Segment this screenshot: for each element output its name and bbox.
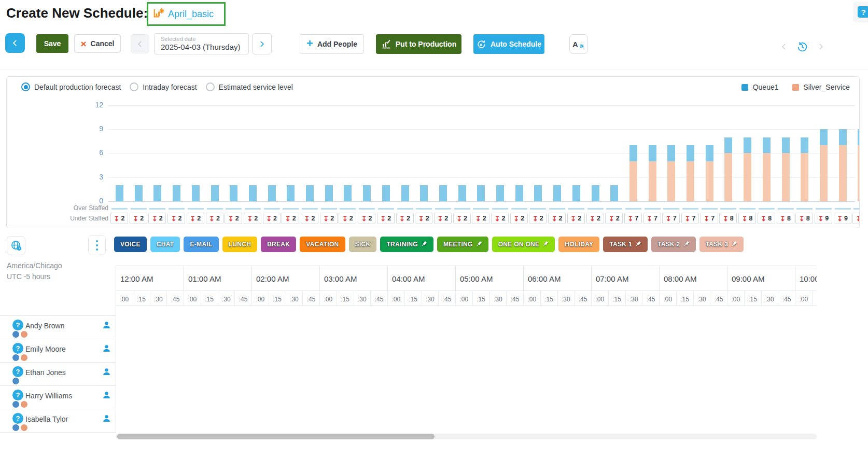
person-icon[interactable] <box>102 391 111 401</box>
activity-chip-break[interactable]: BREAK <box>261 237 296 252</box>
legend-item-0[interactable]: Queue1 <box>741 83 779 91</box>
horizontal-scrollbar-thumb[interactable] <box>117 434 435 439</box>
under-staffed-arrow-icon: ↧ <box>152 215 158 222</box>
forecast-option-0[interactable]: Default production forecast <box>21 82 121 91</box>
under-staffed-cell: ↧2 <box>110 213 128 224</box>
under-staffed-value: 2 <box>121 215 124 222</box>
y-axis-tick-9: 9 <box>79 124 103 133</box>
under-staffed-arrow-icon: ↧ <box>209 215 215 222</box>
bar-queue1 <box>572 185 580 201</box>
over-staffed-cell <box>435 208 451 210</box>
help-button[interactable]: ? <box>853 2 868 22</box>
person-row-1[interactable]: ?Emily Moore <box>0 339 116 362</box>
under-staffed-arrow-icon: ↧ <box>570 215 576 222</box>
under-staffed-cell: ↧2 <box>206 213 223 224</box>
timezone-button[interactable] <box>7 236 25 255</box>
over-staffed-cell <box>245 208 261 210</box>
cancel-button[interactable]: × Cancel <box>74 34 121 53</box>
bar-queue1 <box>287 185 295 201</box>
activity-chip-one-on-one[interactable]: ONE ON ONE <box>492 237 555 252</box>
under-staffed-cell: ↧2 <box>282 213 299 224</box>
bar-silver-service <box>763 153 771 201</box>
previous-date-button[interactable] <box>131 34 149 53</box>
selected-date-field[interactable]: Selected date 2025-04-03 (Thursday) <box>154 33 249 54</box>
person-icon[interactable] <box>102 344 111 355</box>
activity-chip-training[interactable]: TRAINING <box>380 237 433 252</box>
under-staffed-value: 7 <box>692 215 695 222</box>
activity-chip-voice[interactable]: VOICE <box>114 237 147 252</box>
pin-icon <box>731 241 737 248</box>
legend-item-1[interactable]: Silver_Service <box>792 83 850 91</box>
person-help-icon[interactable]: ? <box>12 390 23 400</box>
under-staffed-value: 2 <box>521 215 524 222</box>
back-button[interactable] <box>5 33 25 53</box>
under-staffed-value: 2 <box>578 215 581 222</box>
person-help-icon[interactable]: ? <box>12 343 23 354</box>
activity-chip-task-2[interactable]: TASK 2 <box>651 237 696 252</box>
add-people-button[interactable]: + Add People <box>300 34 364 54</box>
over-staffed-cell <box>663 208 679 210</box>
quarter-cell: :30 <box>625 292 642 306</box>
activity-chip-label: LUNCH <box>229 241 251 248</box>
person-row-0[interactable]: ?Andy Brown <box>0 315 116 339</box>
quarter-cell: :45 <box>234 292 251 306</box>
person-icon[interactable] <box>102 414 111 425</box>
under-staffed-cell: ↧8 <box>738 213 756 224</box>
bar-queue1 <box>173 185 180 201</box>
bar-queue1 <box>458 185 466 201</box>
grid-divider <box>116 266 116 432</box>
person-icon[interactable] <box>102 321 111 331</box>
schedule-chart-icon <box>153 7 164 21</box>
person-row-4[interactable]: ?Isabella Tylor <box>0 409 116 432</box>
save-button[interactable]: Save <box>36 34 68 53</box>
hour-cell-9: 09:00 AM <box>727 266 795 291</box>
under-staffed-arrow-icon: ↧ <box>380 215 386 222</box>
forecast-option-1[interactable]: Intraday forecast <box>130 82 197 91</box>
under-staffed-value: 2 <box>216 215 220 222</box>
y-axis-tick-3: 3 <box>79 173 103 181</box>
person-row-2[interactable]: ?Ethan Jones <box>0 362 116 385</box>
auto-schedule-icon: A <box>477 39 486 49</box>
activity-chip-lunch[interactable]: LUNCH <box>222 237 258 252</box>
person-help-icon[interactable]: ? <box>12 366 23 377</box>
forecast-option-2[interactable]: Estimated service level <box>206 82 293 91</box>
horizontal-scrollbar-track[interactable] <box>116 434 817 439</box>
put-to-production-button[interactable]: Put to Production <box>376 34 461 54</box>
media-channel-dot <box>21 401 27 408</box>
activity-chip-chat[interactable]: CHAT <box>150 237 180 252</box>
schedule-name-field[interactable]: April_basic <box>147 2 226 26</box>
next-date-button[interactable] <box>252 33 272 54</box>
bar-queue1 <box>153 185 161 201</box>
under-staffed-arrow-icon: ↧ <box>495 215 500 222</box>
history-clock-icon[interactable] <box>796 40 809 53</box>
activity-chip-task-3[interactable]: TASK 3 <box>699 237 744 252</box>
activity-chip-holiday[interactable]: HOLIDAY <box>558 237 599 252</box>
bar-queue1 <box>268 185 276 201</box>
person-row-3[interactable]: ?Harry Williams <box>0 385 116 409</box>
media-channel-dot <box>21 424 27 431</box>
under-staffed-arrow-icon: ↧ <box>666 215 671 222</box>
activity-chip-task-1[interactable]: TASK 1 <box>603 237 648 252</box>
activity-chip-vacation[interactable]: VACATION <box>300 237 345 252</box>
over-staffed-cell <box>283 208 299 210</box>
bar-silver-service <box>744 153 751 201</box>
under-staffed-cell: ↧7 <box>662 213 680 224</box>
history-navigation <box>780 39 827 54</box>
person-icon[interactable] <box>102 367 111 378</box>
activities-menu-button[interactable] <box>88 235 106 255</box>
bar-queue1 <box>211 185 219 201</box>
activity-chip-meeting[interactable]: MEETING <box>437 237 488 252</box>
schedule-name: April_basic <box>168 9 214 20</box>
bar-silver-service <box>820 145 828 201</box>
under-staffed-arrow-icon: ↧ <box>437 215 443 222</box>
history-next-icon[interactable] <box>817 43 824 50</box>
history-prev-icon[interactable] <box>780 43 788 50</box>
auto-schedule-button[interactable]: A Auto Schedule <box>473 34 544 54</box>
quarter-cell: :00 <box>455 292 472 306</box>
activity-chip-sick[interactable]: SICK <box>349 237 377 252</box>
over-staffed-cell <box>568 208 584 210</box>
person-help-icon[interactable]: ? <box>12 320 23 330</box>
person-help-icon[interactable]: ? <box>12 413 23 424</box>
auto-schedule-settings-button[interactable]: A <box>569 34 588 54</box>
activity-chip-e-mail[interactable]: E-MAIL <box>184 237 218 252</box>
